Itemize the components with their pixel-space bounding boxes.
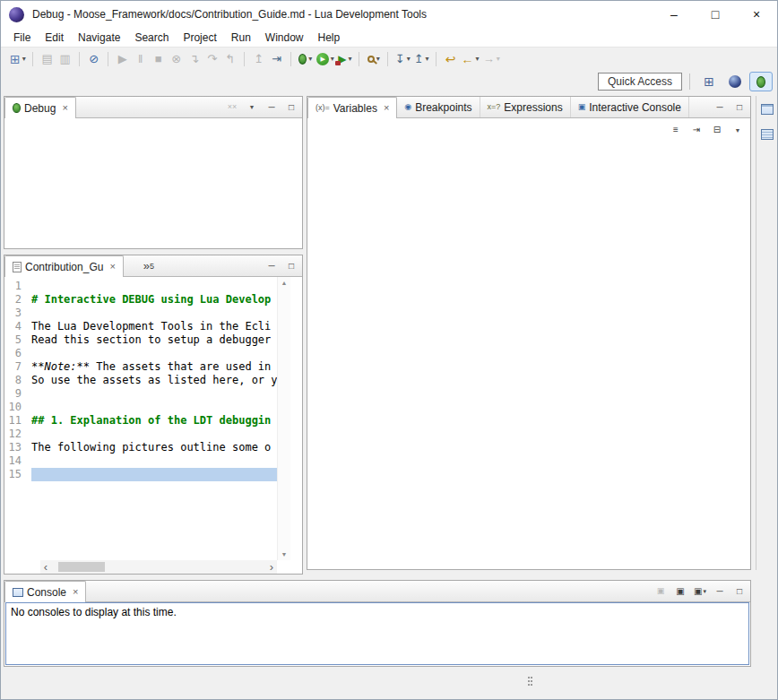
debug-view-tabbar: Debug ×× ▼ ─ □ — [4, 97, 302, 118]
toolbar-separator — [431, 52, 437, 66]
line-plain-text: So use the assets as listed here, or y — [31, 374, 277, 386]
step-into-button[interactable]: ↴ — [186, 49, 203, 69]
maximize-button[interactable]: □ — [733, 99, 746, 116]
minimize-button[interactable]: ─ — [713, 99, 726, 116]
tab-label: Debug — [24, 102, 56, 115]
menu-run[interactable]: Run — [224, 30, 258, 46]
maximize-window-button[interactable]: □ — [695, 1, 736, 28]
close-tab-icon[interactable] — [384, 103, 389, 113]
editor-line: 14 — [4, 454, 277, 468]
disconnect-button[interactable]: ⊗ — [168, 49, 186, 69]
remove-all-terminated-button[interactable]: ×× — [226, 99, 238, 116]
close-tab-icon[interactable] — [109, 262, 115, 272]
restore-minimized-view-button[interactable] — [759, 101, 775, 117]
drop-to-frame-button[interactable]: ↥ — [250, 49, 268, 69]
debug-button[interactable] — [297, 49, 315, 69]
minimize-window-button[interactable]: – — [653, 1, 695, 28]
scroll-right-icon[interactable] — [266, 561, 277, 573]
trim-drag-handle[interactable] — [528, 677, 533, 687]
use-step-filters-button[interactable]: ⇥ — [268, 49, 286, 69]
debug-view-toolbar: ×× ▼ ─ □ — [226, 97, 302, 117]
window-title: Debug - Moose_Framework/docs/Contributio… — [32, 8, 427, 21]
back-button[interactable]: ← — [460, 49, 481, 69]
tab-console[interactable]: Console — [4, 581, 86, 602]
menu-file[interactable]: File — [6, 30, 38, 46]
tab-label: Breakpoints — [415, 101, 471, 114]
new-wizard-button[interactable]: ⊞ — [8, 49, 28, 69]
terminate-button[interactable]: ■ — [150, 49, 168, 69]
external-tools-button[interactable]: ▶ — [336, 49, 354, 69]
tab-debug[interactable]: Debug — [4, 97, 76, 118]
pin-console-button[interactable]: ▣ — [654, 583, 667, 600]
lua-perspective-button[interactable] — [723, 72, 747, 91]
menu-search[interactable]: Search — [127, 30, 176, 46]
line-plain-text: The following pictures outline some o — [31, 441, 271, 454]
editor-tabbar: Contribution_Gu 5 ─ □ — [4, 255, 302, 277]
run-button[interactable]: ▶ — [315, 49, 336, 69]
view-menu-button[interactable]: ▼ — [246, 99, 258, 116]
show-type-names-button[interactable]: ≡ — [670, 122, 682, 138]
previous-annotation-button[interactable]: ↥ — [412, 49, 431, 69]
close-tab-icon[interactable] — [73, 587, 78, 597]
line-number: 2 — [4, 293, 31, 307]
search-button[interactable] — [365, 49, 383, 69]
save-button[interactable]: ▤ — [39, 49, 56, 69]
close-tab-icon[interactable] — [62, 103, 67, 113]
maximize-button[interactable]: □ — [285, 258, 298, 274]
resume-button[interactable]: ▶ — [114, 49, 132, 69]
quick-access[interactable]: Quick Access — [598, 73, 682, 91]
console-view: Console ▣ ▣ ▣ ─ □ No consoles to display… — [4, 580, 751, 667]
maximize-button[interactable]: □ — [733, 583, 746, 600]
scrollbar-thumb[interactable] — [58, 562, 105, 572]
next-annotation-button[interactable]: ↧ — [393, 49, 412, 69]
open-perspective-button[interactable]: ⊞ — [697, 72, 721, 91]
window-controls: – □ × — [653, 1, 777, 28]
scroll-up-icon[interactable] — [281, 280, 288, 286]
minimize-button[interactable]: ─ — [265, 99, 278, 116]
editor-code-area[interactable]: 1 2 # Interactive DEBUG using Lua Develo… — [4, 277, 277, 560]
tab-label: Expressions — [504, 101, 562, 114]
app-icon — [9, 7, 24, 22]
forward-button[interactable]: → — [481, 49, 502, 69]
step-over-button[interactable]: ↷ — [203, 49, 221, 69]
show-logical-structures-button[interactable]: ⇥ — [690, 122, 703, 138]
tab-variables[interactable]: (x)= Variables — [307, 97, 397, 118]
display-selected-console-button[interactable]: ▣ — [674, 583, 687, 600]
close-window-button[interactable]: × — [736, 1, 777, 28]
menu-project[interactable]: Project — [176, 30, 223, 46]
collapse-all-button[interactable]: ⊟ — [711, 122, 723, 138]
suspend-button[interactable]: ‖ — [132, 49, 150, 69]
save-all-button[interactable]: ▥ — [56, 49, 74, 69]
minimized-view-button[interactable] — [759, 126, 775, 143]
editor-horizontal-scrollbar[interactable] — [40, 560, 277, 574]
scrollbar-track[interactable] — [51, 560, 266, 574]
hidden-editors-indicator[interactable]: 5 — [143, 255, 154, 276]
menu-edit[interactable]: Edit — [38, 30, 71, 46]
debug-perspective-button[interactable] — [749, 72, 773, 91]
line-text — [31, 307, 277, 320]
maximize-button[interactable]: □ — [285, 99, 298, 116]
tab-contribution-guide[interactable]: Contribution_Gu — [4, 255, 124, 277]
menu-window[interactable]: Window — [258, 30, 311, 46]
line-text — [31, 280, 277, 293]
minimize-button[interactable]: ─ — [713, 583, 726, 600]
minimize-button[interactable]: ─ — [265, 258, 278, 274]
open-console-button[interactable]: ▣ — [694, 583, 706, 600]
toolbar-separator — [28, 52, 33, 66]
console-icon — [13, 588, 23, 597]
editor-line: 5 Read this section to setup a debugger — [4, 333, 277, 347]
scroll-down-icon[interactable] — [281, 551, 288, 557]
tab-breakpoints[interactable]: ◉ Breakpoints — [397, 97, 480, 117]
step-return-button[interactable]: ↰ — [221, 49, 239, 69]
menu-navigate[interactable]: Navigate — [71, 30, 127, 46]
toolbar-separator — [286, 52, 291, 66]
menu-help[interactable]: Help — [311, 30, 348, 46]
scroll-left-icon[interactable] — [40, 561, 51, 573]
skip-all-breakpoints-button[interactable]: ⊘ — [85, 49, 103, 69]
line-number: 12 — [4, 428, 31, 441]
tab-expressions[interactable]: x=? Expressions — [480, 97, 571, 117]
tab-interactive-console[interactable]: ▣ Interactive Console — [571, 97, 689, 117]
last-edit-location-button[interactable]: ↩ — [442, 49, 460, 69]
editor-vertical-scrollbar[interactable] — [277, 277, 290, 560]
view-menu-button[interactable]: ▼ — [731, 122, 744, 138]
